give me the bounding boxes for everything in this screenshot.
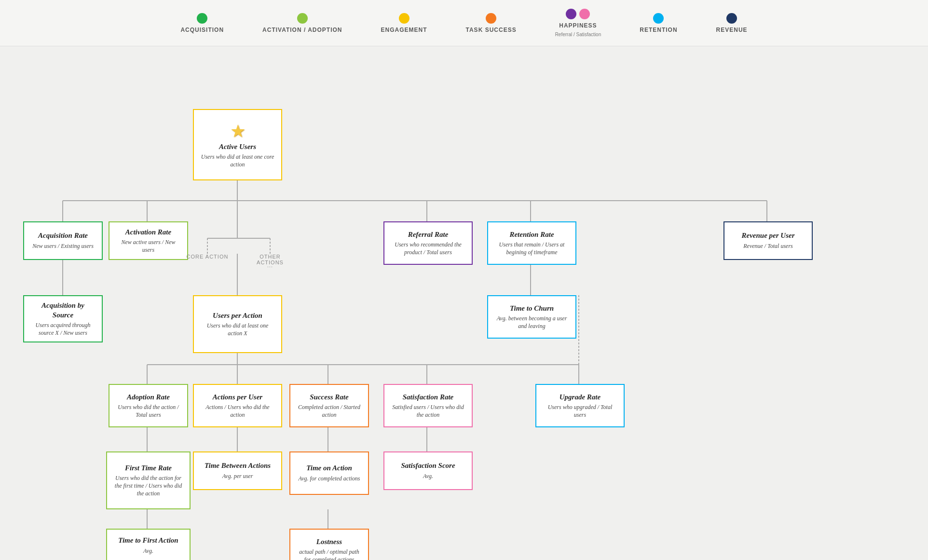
time-to-first-action-box: Time to First Action Avg. bbox=[106, 529, 191, 560]
referral-rate-subtitle: Users who recommended the product / Tota… bbox=[391, 241, 465, 256]
active-users-title: Active Users bbox=[219, 142, 256, 152]
legend-task-success: TASK SUCCESS bbox=[466, 13, 517, 33]
actions-per-user-subtitle: Actions / Users who did the action bbox=[201, 404, 274, 419]
referral-rate-box: Referral Rate Users who recommended the … bbox=[383, 221, 473, 265]
time-on-action-box: Time on Action Avg. for completed action… bbox=[289, 451, 369, 495]
upgrade-rate-title: Upgrade Rate bbox=[560, 393, 600, 402]
active-users-box: ★ Active Users Users who did at least on… bbox=[193, 109, 282, 180]
star-icon: ★ bbox=[230, 121, 246, 141]
time-on-action-title: Time on Action bbox=[306, 464, 352, 473]
activation-rate-subtitle: New active users / New users bbox=[116, 239, 180, 254]
legend-revenue: REVENUE bbox=[716, 13, 748, 33]
actions-per-user-box: Actions per User Actions / Users who did… bbox=[193, 384, 282, 427]
task-success-label: TASK SUCCESS bbox=[466, 27, 517, 33]
time-to-first-action-title: Time to First Action bbox=[118, 536, 178, 546]
first-time-rate-title: First Time Rate bbox=[125, 464, 172, 473]
referral-rate-title: Referral Rate bbox=[408, 230, 449, 240]
actions-per-user-title: Actions per User bbox=[213, 393, 262, 402]
core-action-label: CORE ACTION bbox=[186, 254, 229, 260]
success-rate-subtitle: Completed action / Started action bbox=[297, 404, 361, 419]
time-to-first-action-subtitle: Avg. bbox=[143, 547, 153, 555]
users-per-action-subtitle: Users who did at least one action X bbox=[201, 322, 274, 337]
engagement-label: ENGAGEMENT bbox=[381, 27, 427, 33]
satisfaction-score-box: Satisfaction Score Avg. bbox=[383, 451, 473, 490]
activation-rate-box: Activation Rate New active users / New u… bbox=[109, 221, 188, 260]
acquisition-label: ACQUISITION bbox=[180, 27, 224, 33]
activation-dot bbox=[297, 13, 308, 24]
retention-rate-subtitle: Users that remain / Users at begining of… bbox=[495, 241, 569, 256]
success-rate-box: Success Rate Completed action / Started … bbox=[289, 384, 369, 427]
time-between-actions-subtitle: Avg. per user bbox=[222, 473, 253, 480]
time-to-churn-box: Time to Churn Avg. between becoming a us… bbox=[487, 295, 576, 339]
lostness-box: Lostness actual path / optimal path for … bbox=[289, 529, 369, 560]
happiness-label: HAPPINESS bbox=[559, 22, 597, 29]
retention-label: RETENTION bbox=[640, 27, 677, 33]
satisfaction-score-title: Satisfaction Score bbox=[401, 461, 455, 471]
acquisition-by-source-title: Acquisition by Source bbox=[31, 301, 95, 320]
acquisition-rate-title: Acquisition Rate bbox=[38, 231, 88, 241]
revenue-per-user-title: Revenue per User bbox=[742, 231, 795, 241]
adoption-rate-title: Adoption Rate bbox=[127, 393, 170, 402]
legend-bar: ACQUISITION ACTIVATION / ADOPTION ENGAGE… bbox=[0, 0, 928, 46]
success-rate-title: Success Rate bbox=[310, 393, 348, 402]
upgrade-rate-box: Upgrade Rate Users who upgraded / Total … bbox=[535, 384, 625, 427]
revenue-dot bbox=[726, 13, 737, 24]
retention-rate-title: Retention Rate bbox=[509, 230, 554, 240]
first-time-rate-subtitle: Users who did the action for the first t… bbox=[114, 475, 183, 497]
satisfaction-rate-box: Satisfaction Rate Satisfied users / User… bbox=[383, 384, 473, 427]
retention-rate-box: Retention Rate Users that remain / Users… bbox=[487, 221, 576, 265]
legend-retention: RETENTION bbox=[640, 13, 677, 33]
activation-rate-title: Activation Rate bbox=[125, 228, 171, 237]
diagram: ★ Active Users Users who did at least on… bbox=[0, 46, 928, 558]
task-success-dot bbox=[486, 13, 496, 24]
legend-happiness: HAPPINESS Referral / Satisfaction bbox=[555, 9, 601, 37]
retention-dot bbox=[653, 13, 664, 24]
acquisition-by-source-subtitle: Users acquired through source X / New us… bbox=[31, 322, 95, 337]
users-per-action-title: Users per Action bbox=[213, 311, 262, 321]
legend-engagement: ENGAGEMENT bbox=[381, 13, 427, 33]
engagement-dot bbox=[399, 13, 409, 24]
time-to-churn-subtitle: Avg. between becoming a user and leaving bbox=[495, 315, 569, 330]
time-between-actions-title: Time Between Actions bbox=[205, 461, 271, 471]
ellipsis-label: ... bbox=[246, 262, 294, 268]
adoption-rate-box: Adoption Rate Users who did the action /… bbox=[109, 384, 188, 427]
activation-label: ACTIVATION / ADOPTION bbox=[262, 27, 342, 33]
acquisition-by-source-box: Acquisition by Source Users acquired thr… bbox=[23, 295, 103, 342]
acquisition-rate-box: Acquisition Rate New users / Existing us… bbox=[23, 221, 103, 260]
acquisition-rate-subtitle: New users / Existing users bbox=[32, 243, 94, 250]
revenue-per-user-box: Revenue per User Revenue / Total users bbox=[723, 221, 813, 260]
happiness-dot-purple bbox=[566, 9, 576, 19]
lostness-subtitle: actual path / optimal path for completed… bbox=[297, 548, 361, 560]
satisfaction-rate-title: Satisfaction Rate bbox=[403, 393, 453, 402]
satisfaction-score-subtitle: Avg. bbox=[423, 473, 433, 480]
revenue-label: REVENUE bbox=[716, 27, 748, 33]
first-time-rate-box: First Time Rate Users who did the action… bbox=[106, 451, 191, 509]
revenue-per-user-subtitle: Revenue / Total users bbox=[743, 243, 793, 250]
time-between-actions-box: Time Between Actions Avg. per user bbox=[193, 451, 282, 490]
upgrade-rate-subtitle: Users who upgraded / Total users bbox=[543, 404, 617, 419]
legend-acquisition: ACQUISITION bbox=[180, 13, 224, 33]
happiness-dot-pink bbox=[579, 9, 590, 19]
active-users-subtitle: Users who did at least one core action bbox=[201, 153, 274, 168]
adoption-rate-subtitle: Users who did the action / Total users bbox=[116, 404, 180, 419]
time-on-action-subtitle: Avg. for completed actions bbox=[299, 475, 360, 483]
lostness-title: Lostness bbox=[316, 537, 342, 547]
acquisition-dot bbox=[197, 13, 207, 24]
users-per-action-box: Users per Action Users who did at least … bbox=[193, 295, 282, 353]
satisfaction-rate-subtitle: Satisfied users / Users who did the acti… bbox=[391, 404, 465, 419]
happiness-sublabel: Referral / Satisfaction bbox=[555, 32, 601, 37]
legend-activation: ACTIVATION / ADOPTION bbox=[262, 13, 342, 33]
time-to-churn-title: Time to Churn bbox=[510, 304, 554, 314]
